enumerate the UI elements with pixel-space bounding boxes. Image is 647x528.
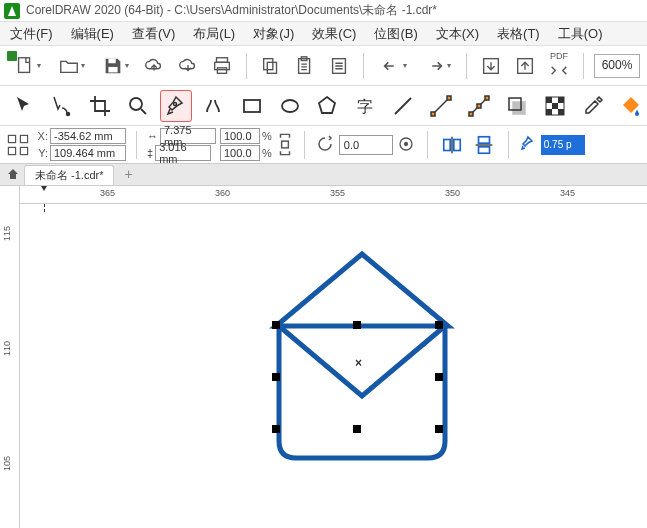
paste-button[interactable]: [291, 52, 319, 80]
app-icon: [4, 3, 20, 19]
svg-point-38: [404, 142, 407, 145]
divider: [583, 53, 584, 79]
menu-edit[interactable]: 编辑(E): [71, 25, 114, 43]
svg-point-14: [130, 98, 142, 110]
divider: [246, 53, 247, 79]
svg-rect-29: [552, 103, 558, 109]
eyedropper-tool[interactable]: [577, 90, 609, 122]
ruler-tick: 115: [2, 226, 12, 241]
horizontal-ruler[interactable]: 365 360 355 350 345: [20, 186, 647, 204]
ruler-tick: 360: [215, 188, 230, 198]
canvas[interactable]: ×: [20, 204, 647, 528]
line-tool[interactable]: [387, 90, 419, 122]
svg-rect-25: [513, 102, 525, 114]
outline-pen-icon: [519, 135, 537, 155]
transparency-tool[interactable]: [539, 90, 571, 122]
copy-button[interactable]: [257, 52, 285, 80]
vertical-ruler[interactable]: 115 110 105: [0, 186, 20, 528]
rotation-field[interactable]: 0.0: [339, 135, 393, 155]
zoom-tool[interactable]: [122, 90, 154, 122]
ellipse-tool[interactable]: [274, 90, 306, 122]
rotation-center-icon[interactable]: [397, 135, 417, 155]
cloud-save-button[interactable]: [174, 52, 202, 80]
lock-ratio-button[interactable]: [276, 130, 294, 160]
canvas-area: 365 360 355 350 345 ×: [20, 186, 647, 528]
open-button[interactable]: ▾: [52, 52, 90, 80]
clipboard-button[interactable]: [325, 52, 353, 80]
add-tab-button[interactable]: +: [118, 165, 138, 183]
freehand-tool[interactable]: [198, 90, 230, 122]
text-tool[interactable]: 字: [349, 90, 381, 122]
divider: [508, 131, 509, 159]
y-position[interactable]: 109.464 mm: [50, 145, 126, 161]
publish-pdf-button[interactable]: PDF: [545, 52, 573, 80]
svg-rect-28: [558, 97, 564, 103]
connector-tool[interactable]: [425, 90, 457, 122]
divider: [136, 131, 137, 159]
svg-text:字: 字: [357, 98, 373, 115]
menubar: 文件(F) 编辑(E) 查看(V) 布局(L) 对象(J) 效果(C) 位图(B…: [0, 22, 647, 46]
selection-handle[interactable]: [435, 425, 443, 433]
selection-handle[interactable]: [435, 321, 443, 329]
menu-bitmap[interactable]: 位图(B): [374, 25, 417, 43]
pdf-label: PDF: [550, 52, 568, 61]
menu-tools[interactable]: 工具(O): [558, 25, 603, 43]
rotation-icon: [315, 134, 335, 156]
menu-view[interactable]: 查看(V): [132, 25, 175, 43]
new-button[interactable]: ▾: [8, 52, 46, 80]
menu-table[interactable]: 表格(T): [497, 25, 540, 43]
divider: [427, 131, 428, 159]
fill-tool[interactable]: [615, 90, 647, 122]
export-button[interactable]: [511, 52, 539, 80]
svg-rect-1: [108, 58, 115, 63]
scale-y[interactable]: 100.0: [220, 145, 260, 161]
selection-handle[interactable]: [272, 321, 280, 329]
mirror-v-button[interactable]: [470, 131, 498, 159]
home-tab[interactable]: [4, 165, 22, 183]
selection-handle[interactable]: [272, 425, 280, 433]
selection-handle[interactable]: [435, 373, 443, 381]
outline-width[interactable]: 0.75 p: [541, 135, 585, 155]
selection-handle[interactable]: [353, 321, 361, 329]
crop-tool[interactable]: [84, 90, 116, 122]
guide-marker[interactable]: [44, 186, 45, 204]
height-field[interactable]: 3.016 mm: [155, 145, 211, 161]
svg-rect-19: [431, 112, 435, 116]
svg-rect-20: [447, 96, 451, 100]
print-button[interactable]: [208, 52, 236, 80]
menu-file[interactable]: 文件(F): [10, 25, 53, 43]
x-label: X:: [34, 130, 48, 142]
rectangle-tool[interactable]: [236, 90, 268, 122]
polygon-tool[interactable]: [312, 90, 344, 122]
pen-tool[interactable]: [160, 90, 192, 122]
redo-button[interactable]: ▾: [418, 52, 456, 80]
selection-handle[interactable]: [272, 373, 280, 381]
y-label: Y:: [34, 147, 48, 159]
guide-line[interactable]: [44, 204, 45, 212]
menu-text[interactable]: 文本(X): [436, 25, 479, 43]
drop-shadow-tool[interactable]: [501, 90, 533, 122]
cloud-open-button[interactable]: [140, 52, 168, 80]
ruler-tick: 110: [2, 341, 12, 356]
workspace: 115 110 105 365 360 355 350 345 ×: [0, 186, 647, 528]
dimension-tool[interactable]: [463, 90, 495, 122]
svg-rect-31: [558, 109, 564, 115]
shape-tool[interactable]: [46, 90, 78, 122]
menu-layout[interactable]: 布局(L): [193, 25, 235, 43]
mirror-h-button[interactable]: [438, 131, 466, 159]
svg-rect-42: [478, 146, 489, 152]
x-position[interactable]: -354.62 mm: [50, 128, 126, 144]
selection-handle[interactable]: [353, 425, 361, 433]
scale-x[interactable]: 100.0: [220, 128, 260, 144]
svg-rect-5: [217, 67, 226, 73]
document-tab[interactable]: 未命名 -1.cdr*: [24, 165, 114, 185]
undo-button[interactable]: ▾: [374, 52, 412, 80]
import-button[interactable]: [477, 52, 505, 80]
save-button[interactable]: ▾: [96, 52, 134, 80]
pick-tool[interactable]: [8, 90, 40, 122]
menu-object[interactable]: 对象(J): [253, 25, 294, 43]
menu-effect[interactable]: 效果(C): [312, 25, 356, 43]
svg-rect-22: [485, 96, 489, 100]
zoom-level[interactable]: 600%: [594, 54, 640, 78]
percent-label: %: [262, 147, 272, 159]
